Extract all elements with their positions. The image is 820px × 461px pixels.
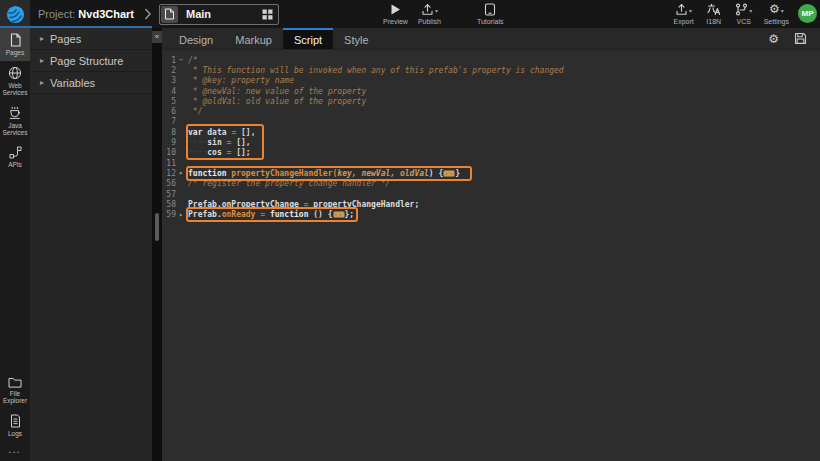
line-number: 57 xyxy=(162,190,176,199)
rail-label-web-services: Web Services xyxy=(0,82,30,97)
tutorials-button[interactable]: Tutorials xyxy=(472,0,509,28)
active-section-accent xyxy=(0,26,152,28)
line-number: 8 xyxy=(162,128,176,137)
rail-label-java-services: Java Services xyxy=(0,122,30,137)
code-line[interactable]: 1−/* xyxy=(162,55,820,65)
topbar-actions-left: Preview ▾ Publish xyxy=(378,0,508,28)
chevron-down-icon: ▾ xyxy=(749,7,752,14)
rail-item-file-explorer[interactable]: File Explorer xyxy=(0,371,30,409)
rail-bottom-group: File Explorer Logs xyxy=(0,371,30,442)
chevron-right-icon: ▸ xyxy=(40,56,50,65)
line-number: 10 xyxy=(162,148,176,157)
chevron-right-icon: ▸ xyxy=(40,78,50,87)
code-line[interactable]: 57 xyxy=(162,189,820,199)
code-line[interactable]: 2 * This function will be invoked when a… xyxy=(162,65,820,75)
code-text: */ xyxy=(186,107,202,116)
web-services-icon xyxy=(8,66,22,80)
settings-button[interactable]: ⚙ ▾ Settings xyxy=(759,0,794,28)
vcs-branch-icon xyxy=(735,3,748,16)
code-line[interactable]: 11 xyxy=(162,158,820,168)
code-text: * This function will be invoked when any… xyxy=(186,66,564,75)
tab-style[interactable]: Style xyxy=(333,28,379,49)
line-number: 6 xyxy=(162,107,176,116)
code-lines: 1−/*2 * This function will be invoked wh… xyxy=(162,55,820,220)
publish-button[interactable]: ▾ Publish xyxy=(413,0,446,28)
chevron-right-icon: ▸ xyxy=(40,34,50,43)
grid-icon xyxy=(262,9,273,20)
script-settings-gear-icon[interactable]: ⚙ xyxy=(768,33,779,45)
export-label: Export xyxy=(673,18,693,25)
folded-code-placeholder-icon[interactable]: ·· xyxy=(333,211,345,218)
rail-label-file-explorer: File Explorer xyxy=(0,390,30,405)
code-line[interactable]: 7 xyxy=(162,117,820,127)
code-line[interactable]: 3 * @key: property name xyxy=(162,76,820,86)
left-icon-rail: Pages Web Services Java Services xyxy=(0,28,30,461)
code-text: ····cos = []; xyxy=(186,148,251,157)
panel-section-pages[interactable]: ▸ Pages xyxy=(30,28,152,50)
line-number: 11 xyxy=(162,159,176,168)
code-line[interactable]: 9····sin = [], xyxy=(162,137,820,147)
wavemaker-logo-icon[interactable] xyxy=(0,0,30,28)
vcs-button[interactable]: ▾ VCS xyxy=(729,0,759,28)
fold-collapsed-icon[interactable]: ▸ xyxy=(176,211,186,219)
code-text: function propertyChangeHandler(key, newV… xyxy=(186,169,460,178)
code-line[interactable]: 58Prefab.onPropertyChange = propertyChan… xyxy=(162,199,820,209)
code-line[interactable]: 10····cos = []; xyxy=(162,148,820,158)
tab-design[interactable]: Design xyxy=(168,28,224,49)
line-number: 56 xyxy=(162,179,176,188)
rail-item-web-services[interactable]: Web Services xyxy=(0,61,30,101)
tab-script[interactable]: Script xyxy=(283,28,333,49)
code-line[interactable]: 56/* register the property change handle… xyxy=(162,179,820,189)
code-line[interactable]: 6 */ xyxy=(162,106,820,116)
rail-item-java-services[interactable]: Java Services xyxy=(0,101,30,141)
apis-icon xyxy=(9,146,22,159)
code-line[interactable]: 12▸function propertyChangeHandler(key, n… xyxy=(162,168,820,178)
code-text: /* register the property change handler … xyxy=(186,179,390,188)
project-label: Project: xyxy=(38,8,75,20)
more-options-button[interactable]: ••• xyxy=(0,449,30,455)
vcs-label: VCS xyxy=(737,18,751,25)
save-icon[interactable] xyxy=(794,32,807,45)
code-line[interactable]: 59▸Prefab.onReady = function () {··}; xyxy=(162,209,820,219)
code-text: * @newVal: new value of the property xyxy=(186,87,366,96)
export-button[interactable]: ▾ Export xyxy=(668,0,698,28)
collapse-panel-button[interactable]: « xyxy=(152,31,162,43)
panel-resizer-strip[interactable]: « xyxy=(152,28,162,461)
editor-toolbar-icons: ⚙ xyxy=(768,28,807,49)
rail-item-apis[interactable]: APIs xyxy=(0,141,30,173)
page-selector-dropdown[interactable]: Main xyxy=(159,4,279,25)
pages-icon xyxy=(9,33,22,47)
panel-section-page-structure[interactable]: ▸ Page Structure xyxy=(30,50,152,72)
code-editor[interactable]: 1−/*2 * This function will be invoked wh… xyxy=(162,50,820,461)
fold-open-icon[interactable]: − xyxy=(176,56,186,64)
chevron-right-icon xyxy=(144,8,151,20)
rail-label-apis: APIs xyxy=(0,161,30,169)
tab-markup[interactable]: Markup xyxy=(224,28,283,49)
code-text: /* xyxy=(186,56,198,65)
chevron-down-icon: ▾ xyxy=(435,7,438,14)
line-number: 9 xyxy=(162,138,176,147)
i18n-button[interactable]: I18N xyxy=(699,0,729,28)
line-number: 1 xyxy=(162,56,176,65)
line-number: 4 xyxy=(162,87,176,96)
rail-item-pages[interactable]: Pages xyxy=(0,28,30,61)
editor-tabbar: Design Markup Script Style ⚙ xyxy=(162,28,820,50)
tutorials-label: Tutorials xyxy=(477,18,504,25)
panel-section-variables[interactable]: ▸ Variables xyxy=(30,72,152,94)
folded-code-placeholder-icon[interactable]: ·· xyxy=(443,170,455,177)
rail-item-logs[interactable]: Logs xyxy=(0,409,30,442)
line-number: 5 xyxy=(162,97,176,106)
preview-button[interactable]: Preview xyxy=(378,0,413,28)
play-icon xyxy=(390,3,401,16)
i18n-icon xyxy=(707,3,721,16)
code-text: ····sin = [], xyxy=(186,138,251,147)
code-line[interactable]: 8var data = [], xyxy=(162,127,820,137)
editor-area: Design Markup Script Style ⚙ 1−/*2 * Thi… xyxy=(162,28,820,461)
code-line[interactable]: 5 * @oldVal: old value of the property xyxy=(162,96,820,106)
panel-scrollbar-thumb[interactable] xyxy=(155,213,159,241)
fold-collapsed-icon[interactable]: ▸ xyxy=(176,169,186,177)
code-line[interactable]: 4 * @newVal: new value of the property xyxy=(162,86,820,96)
code-text: * @oldVal: old value of the property xyxy=(186,97,366,106)
user-avatar[interactable]: MP xyxy=(798,4,817,23)
line-number: 2 xyxy=(162,66,176,75)
